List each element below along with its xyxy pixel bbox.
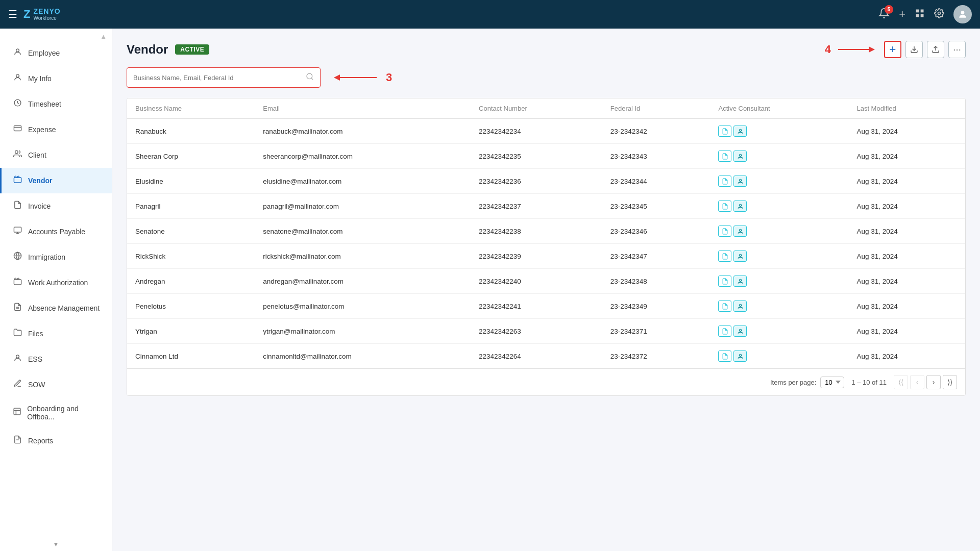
search-input[interactable] [133,74,302,82]
cell-contact: 22342342241 [471,294,602,319]
sidebar-item-employee[interactable]: Employee [0,40,112,66]
consultant-doc-icon [718,226,731,237]
last-page-button[interactable]: ⟩⟩ [943,375,957,389]
cell-contact: 22342342236 [471,169,602,194]
absence-management-icon [12,303,23,314]
sidebar-item-immigration[interactable]: Immigration [0,244,112,270]
cell-federal-id: 23-2342346 [602,219,710,244]
consultant-icons [718,226,840,237]
cell-federal-id: 23-2342348 [602,269,710,294]
export-button[interactable] [905,41,923,58]
logo-icon: Z [23,8,30,21]
cell-email: cinnamonltd@mailinator.com [255,344,471,369]
consultant-person-icon [733,176,747,187]
sidebar-item-myinfo[interactable]: My Info [0,66,112,91]
content-area: Vendor ACTIVE 4 + [112,29,980,551]
svg-rect-0 [916,9,919,12]
immigration-icon [12,252,23,263]
sidebar-item-vendor[interactable]: Vendor [0,168,112,193]
sidebar-label-expense: Expense [28,126,56,134]
cell-email: penelotus@mailinator.com [255,294,471,319]
consultant-icons [718,201,840,212]
nav-icons: 5 + [878,5,972,23]
consultant-person-icon [733,251,747,262]
cell-active-consultant [710,344,848,369]
import-button[interactable] [927,41,944,58]
cell-email: andregan@mailinator.com [255,269,471,294]
sidebar-item-ess[interactable]: ESS [0,346,112,372]
items-per-page-select[interactable]: 5 10 25 50 [820,377,844,388]
table-row[interactable]: Andregan andregan@mailinator.com 2234234… [127,269,965,294]
table-row[interactable]: Ytrigan ytrigan@mailinator.com 223423422… [127,319,965,344]
sidebar-item-work-authorization[interactable]: Work Authorization [0,270,112,295]
sidebar-item-absence-management[interactable]: Absence Management [0,295,112,321]
consultant-doc-icon [718,176,731,187]
sidebar-item-sow[interactable]: SOW [0,372,112,397]
sidebar-item-accounts-payable[interactable]: Accounts Payable [0,219,112,244]
sidebar-label-accounts-payable: Accounts Payable [28,228,85,236]
svg-point-4 [938,12,941,14]
onboarding-icon [12,407,22,418]
consultant-icons [718,251,840,262]
files-icon [12,328,23,339]
add-icon[interactable]: + [899,8,905,21]
consultant-icons [718,300,840,312]
svg-point-18 [16,355,19,358]
sidebar-scroll-up[interactable]: ▲ [100,33,107,40]
consultant-person-icon [733,276,747,287]
svg-rect-15 [14,280,21,285]
table-body: Ranabuck ranabuck@mailinator.com 2234234… [127,119,965,369]
svg-point-5 [961,11,965,14]
settings-icon[interactable] [934,8,944,21]
prev-page-button[interactable]: ‹ [910,375,924,389]
cell-last-modified: Aug 31, 2024 [848,144,965,169]
next-page-button[interactable]: › [926,375,941,389]
hamburger-icon[interactable]: ☰ [8,8,17,20]
consultant-doc-icon [718,276,731,287]
avatar[interactable] [953,5,972,23]
sidebar-label-sow: SOW [28,381,45,389]
notification-icon[interactable]: 5 [878,8,890,21]
sidebar-label-absence-management: Absence Management [28,304,100,312]
table-row[interactable]: Sheeran Corp sheerancorp@mailinator.com … [127,144,965,169]
consultant-icons [718,325,840,337]
table-row[interactable]: Penelotus penelotus@mailinator.com 22342… [127,294,965,319]
svg-rect-11 [14,178,21,183]
sidebar-item-invoice[interactable]: Invoice [0,193,112,219]
sidebar-item-client[interactable]: Client [0,142,112,168]
expense-icon [12,124,23,135]
page-title-row: Vendor ACTIVE [127,42,209,57]
logo: Z ZENYO Workforce [23,8,61,21]
sidebar-item-reports[interactable]: Reports [0,428,112,454]
grid-icon[interactable] [915,8,925,21]
first-page-button[interactable]: ⟨⟨ [894,375,908,389]
sidebar-label-files: Files [28,330,43,338]
table-row[interactable]: Cinnamon Ltd cinnamonltd@mailinator.com … [127,344,965,369]
sidebar-label-myinfo: My Info [28,74,52,83]
cell-email: senatone@mailinator.com [255,219,471,244]
cell-business-name: Ranabuck [127,119,255,144]
cell-active-consultant [710,319,848,344]
sidebar-item-expense[interactable]: Expense [0,117,112,142]
table-row[interactable]: Elusidine elusidine@mailinator.com 22342… [127,169,965,194]
sidebar-item-files[interactable]: Files [0,321,112,346]
table-row[interactable]: Senatone senatone@mailinator.com 2234234… [127,219,965,244]
sidebar-label-timesheet: Timesheet [28,100,61,108]
sidebar-item-timesheet[interactable]: Timesheet [0,91,112,117]
add-vendor-button[interactable]: + [884,41,901,58]
cell-active-consultant [710,194,848,219]
sidebar-scroll-indicator[interactable]: ▼ [0,538,112,551]
svg-point-24 [307,73,312,79]
sidebar-item-onboarding[interactable]: Onboarding and Offboa... [0,397,112,428]
sidebar-scroll: Employee My Info Timesheet Expense [0,40,112,538]
page-title: Vendor [127,42,168,57]
svg-rect-19 [14,408,20,415]
more-options-button[interactable]: ⋯ [948,41,966,58]
cell-business-name: Sheeran Corp [127,144,255,169]
cell-business-name: Penelotus [127,294,255,319]
table-row[interactable]: Panagril panagril@mailinator.com 2234234… [127,194,965,219]
pagination-buttons: ⟨⟨ ‹ › ⟩⟩ [894,375,957,389]
table-row[interactable]: Ranabuck ranabuck@mailinator.com 2234234… [127,119,965,144]
table-row[interactable]: RickShick rickshick@mailinator.com 22342… [127,244,965,269]
sow-icon [12,379,23,390]
